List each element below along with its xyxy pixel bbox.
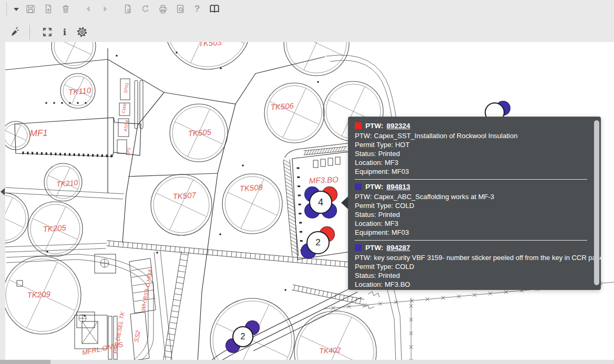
highlighter-icon (9, 26, 21, 38)
permit-color-swatch (355, 183, 362, 190)
valve-dot (116, 55, 118, 57)
boundary-line (128, 173, 218, 176)
ptw-entry-header: PTW: 894287 (355, 244, 587, 252)
valve-dot (77, 102, 79, 104)
print-button[interactable] (156, 2, 170, 16)
highlight-button[interactable] (8, 25, 22, 39)
menu-caret-button[interactable] (9, 2, 23, 16)
map-label: TK402 (319, 346, 341, 355)
ptw-entry: PTW: 892324 PTW:Capex_SST_Installation o… (355, 119, 587, 180)
caret-down-icon (11, 4, 22, 14)
ptw-entry: PTW: 894813 PTW:Capex_ABC_Scaffolding wo… (355, 180, 587, 241)
ptw-id-link[interactable]: 894813 (386, 183, 410, 191)
storage-tank (5, 121, 30, 150)
ptw-entry: PTW: 894287 PTW:key security VBF 3159- n… (355, 241, 587, 290)
road-line (394, 288, 402, 360)
cluster-marker[interactable]: 2 (232, 326, 253, 347)
equipment-outline (321, 159, 325, 167)
open-book-icon (209, 3, 220, 15)
document-search-icon (175, 4, 186, 14)
road-line (5, 248, 106, 252)
permit-color-swatch (355, 244, 362, 251)
permit-type: Permit Type:COLD (355, 201, 587, 210)
equipment-outline (313, 160, 318, 168)
ptw-tooltip: PTW: 892324 PTW:Capex_SST_Installation o… (348, 117, 601, 290)
map-label: MF1 (29, 128, 48, 138)
undo-icon (140, 4, 151, 14)
new-document-button[interactable] (42, 2, 55, 16)
ptw-entry-header: PTW: 894813 (355, 183, 587, 191)
valve-dot (46, 102, 47, 104)
location: Location:MF3 (355, 158, 587, 167)
equipment: Equipment:MF03 (355, 228, 587, 237)
storage-tank (151, 174, 212, 235)
ptw-label: PTW: (365, 244, 383, 252)
map-label: TK205 (43, 223, 67, 233)
map-label: TK503 (198, 42, 222, 48)
forward-button[interactable] (98, 2, 112, 16)
legend-button[interactable] (208, 2, 221, 16)
settings-button[interactable] (75, 25, 89, 39)
app-window: ? i (0, 0, 614, 364)
location: Location:MF3.BO (355, 280, 587, 289)
boundary-line (218, 104, 236, 173)
map-label: SS2 (132, 330, 142, 343)
help-button[interactable]: ? (190, 2, 204, 16)
map-label: TK210 (56, 178, 78, 189)
permit-type: Permit Type:COLD (355, 262, 587, 271)
ptw-description: PTW:Capex_SST_Installation of Rockwool I… (355, 131, 587, 140)
map-label: TK508 (239, 182, 263, 193)
pipe-outline (135, 80, 138, 129)
cluster-marker[interactable]: 4 (309, 191, 332, 214)
ptw-label: PTW: (365, 183, 383, 191)
undo-button[interactable] (139, 2, 152, 16)
tooltip-scrollbar-thumb[interactable] (594, 120, 599, 285)
info-icon: i (63, 27, 66, 37)
equipment: Equipment:MF03-SHSH/VBF3159 (355, 289, 587, 290)
boundary-line (198, 173, 218, 360)
valve-dot (318, 81, 319, 83)
collapse-panel-chevron-icon[interactable] (1, 188, 5, 195)
road-line (6, 254, 154, 360)
back-button[interactable] (81, 2, 95, 16)
road-line (5, 193, 123, 199)
status: Status:Printed (355, 271, 587, 280)
road-line (368, 292, 380, 297)
equipment-outline (17, 280, 23, 286)
road-line (5, 243, 107, 247)
new-document-icon (43, 4, 54, 14)
cluster-marker[interactable]: 2 (306, 231, 330, 254)
horizontal-scrollbar-thumb[interactable] (0, 360, 50, 364)
document-button[interactable] (121, 2, 135, 16)
valve-dot (242, 165, 244, 167)
map-label: TK507 (172, 190, 197, 201)
help-icon: ? (195, 4, 200, 14)
equipment-outline (95, 254, 116, 273)
horizontal-scrollbar[interactable] (0, 360, 614, 364)
valve-dot (84, 315, 86, 317)
location: Location:MF3 (355, 219, 587, 228)
boundary-line (253, 297, 362, 351)
map-label: TK506 (270, 101, 294, 111)
road-line (6, 259, 148, 360)
document-icon (122, 4, 133, 14)
fit-screen-button[interactable] (40, 25, 54, 39)
road-line (154, 252, 166, 360)
save-icon (25, 4, 36, 14)
valve-dot (285, 289, 286, 291)
map-label: SP1 (125, 147, 132, 156)
forward-arrow-icon (100, 4, 110, 14)
equipment-outline (335, 157, 340, 164)
map-label: SP01 (122, 82, 130, 93)
ptw-id-link[interactable]: 892324 (386, 122, 410, 130)
info-button[interactable]: i (58, 25, 71, 39)
delete-button[interactable] (59, 2, 73, 16)
permit-color-swatch (355, 122, 362, 129)
preview-button[interactable] (173, 2, 187, 16)
valve-dot (54, 102, 55, 104)
print-icon (158, 4, 168, 14)
ptw-id-link[interactable]: 894287 (386, 244, 410, 252)
map-label: MF3.BO (309, 175, 339, 185)
ptw-description: PTW:Capex_ABC_Scaffolding works at MF-3 (355, 192, 587, 201)
save-button[interactable] (24, 2, 37, 16)
